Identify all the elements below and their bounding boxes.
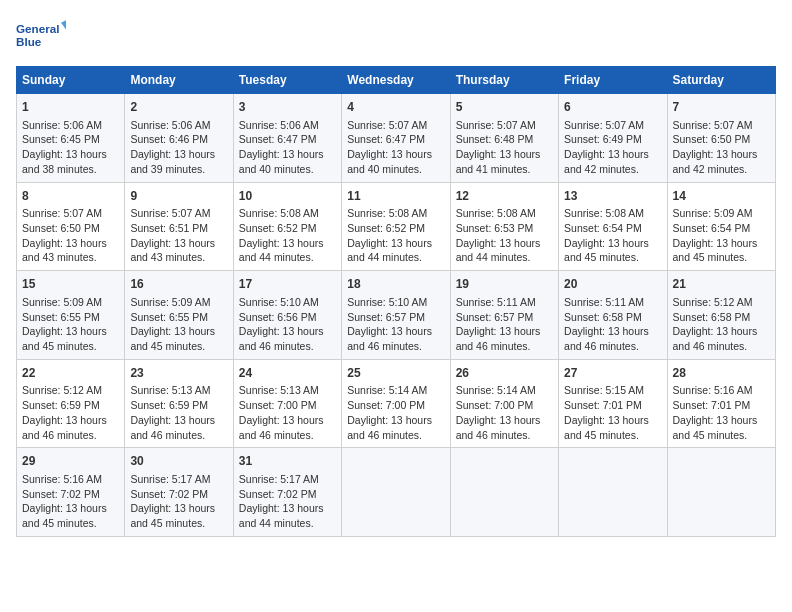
sunrise-text: Sunrise: 5:08 AM — [564, 207, 644, 219]
day-number: 4 — [347, 99, 444, 116]
daylight-text: Daylight: 13 hours and 42 minutes. — [564, 148, 649, 175]
sunrise-text: Sunrise: 5:07 AM — [347, 119, 427, 131]
day-number: 5 — [456, 99, 553, 116]
calendar-cell: 9Sunrise: 5:07 AMSunset: 6:51 PMDaylight… — [125, 182, 233, 271]
logo: General Blue — [16, 16, 66, 58]
calendar-cell: 14Sunrise: 5:09 AMSunset: 6:54 PMDayligh… — [667, 182, 775, 271]
day-number: 19 — [456, 276, 553, 293]
daylight-text: Daylight: 13 hours and 46 minutes. — [673, 325, 758, 352]
day-number: 10 — [239, 188, 336, 205]
daylight-text: Daylight: 13 hours and 43 minutes. — [130, 237, 215, 264]
sunset-text: Sunset: 6:55 PM — [22, 311, 100, 323]
header: General Blue — [16, 16, 776, 58]
day-number: 3 — [239, 99, 336, 116]
calendar-table: SundayMondayTuesdayWednesdayThursdayFrid… — [16, 66, 776, 537]
sunset-text: Sunset: 6:59 PM — [22, 399, 100, 411]
sunrise-text: Sunrise: 5:08 AM — [239, 207, 319, 219]
day-number: 20 — [564, 276, 661, 293]
day-number: 12 — [456, 188, 553, 205]
sunrise-text: Sunrise: 5:17 AM — [130, 473, 210, 485]
sunrise-text: Sunrise: 5:07 AM — [673, 119, 753, 131]
daylight-text: Daylight: 13 hours and 41 minutes. — [456, 148, 541, 175]
calendar-week-row: 1Sunrise: 5:06 AMSunset: 6:45 PMDaylight… — [17, 94, 776, 183]
calendar-week-row: 8Sunrise: 5:07 AMSunset: 6:50 PMDaylight… — [17, 182, 776, 271]
calendar-cell: 11Sunrise: 5:08 AMSunset: 6:52 PMDayligh… — [342, 182, 450, 271]
page-container: General Blue SundayMondayTuesdayWednesda… — [16, 16, 776, 537]
sunrise-text: Sunrise: 5:11 AM — [456, 296, 536, 308]
sunrise-text: Sunrise: 5:13 AM — [130, 384, 210, 396]
sunset-text: Sunset: 7:02 PM — [22, 488, 100, 500]
day-header-sunday: Sunday — [17, 67, 125, 94]
calendar-cell: 8Sunrise: 5:07 AMSunset: 6:50 PMDaylight… — [17, 182, 125, 271]
calendar-cell: 13Sunrise: 5:08 AMSunset: 6:54 PMDayligh… — [559, 182, 667, 271]
day-number: 9 — [130, 188, 227, 205]
sunrise-text: Sunrise: 5:10 AM — [239, 296, 319, 308]
daylight-text: Daylight: 13 hours and 46 minutes. — [347, 414, 432, 441]
calendar-cell: 15Sunrise: 5:09 AMSunset: 6:55 PMDayligh… — [17, 271, 125, 360]
daylight-text: Daylight: 13 hours and 40 minutes. — [347, 148, 432, 175]
sunset-text: Sunset: 6:46 PM — [130, 133, 208, 145]
sunrise-text: Sunrise: 5:10 AM — [347, 296, 427, 308]
sunset-text: Sunset: 6:47 PM — [347, 133, 425, 145]
calendar-cell: 17Sunrise: 5:10 AMSunset: 6:56 PMDayligh… — [233, 271, 341, 360]
calendar-cell — [450, 448, 558, 537]
daylight-text: Daylight: 13 hours and 44 minutes. — [456, 237, 541, 264]
calendar-cell: 12Sunrise: 5:08 AMSunset: 6:53 PMDayligh… — [450, 182, 558, 271]
daylight-text: Daylight: 13 hours and 44 minutes. — [347, 237, 432, 264]
calendar-week-row: 29Sunrise: 5:16 AMSunset: 7:02 PMDayligh… — [17, 448, 776, 537]
calendar-cell: 4Sunrise: 5:07 AMSunset: 6:47 PMDaylight… — [342, 94, 450, 183]
calendar-cell: 5Sunrise: 5:07 AMSunset: 6:48 PMDaylight… — [450, 94, 558, 183]
sunset-text: Sunset: 7:00 PM — [347, 399, 425, 411]
day-number: 31 — [239, 453, 336, 470]
calendar-cell: 26Sunrise: 5:14 AMSunset: 7:00 PMDayligh… — [450, 359, 558, 448]
daylight-text: Daylight: 13 hours and 46 minutes. — [130, 414, 215, 441]
calendar-header-row: SundayMondayTuesdayWednesdayThursdayFrid… — [17, 67, 776, 94]
day-number: 26 — [456, 365, 553, 382]
daylight-text: Daylight: 13 hours and 45 minutes. — [22, 325, 107, 352]
daylight-text: Daylight: 13 hours and 46 minutes. — [456, 325, 541, 352]
daylight-text: Daylight: 13 hours and 46 minutes. — [456, 414, 541, 441]
day-header-friday: Friday — [559, 67, 667, 94]
sunset-text: Sunset: 6:57 PM — [347, 311, 425, 323]
sunrise-text: Sunrise: 5:12 AM — [22, 384, 102, 396]
sunset-text: Sunset: 6:59 PM — [130, 399, 208, 411]
sunset-text: Sunset: 6:58 PM — [564, 311, 642, 323]
daylight-text: Daylight: 13 hours and 44 minutes. — [239, 502, 324, 529]
sunrise-text: Sunrise: 5:07 AM — [456, 119, 536, 131]
daylight-text: Daylight: 13 hours and 40 minutes. — [239, 148, 324, 175]
calendar-cell: 23Sunrise: 5:13 AMSunset: 6:59 PMDayligh… — [125, 359, 233, 448]
sunrise-text: Sunrise: 5:06 AM — [130, 119, 210, 131]
daylight-text: Daylight: 13 hours and 45 minutes. — [673, 414, 758, 441]
daylight-text: Daylight: 13 hours and 46 minutes. — [239, 325, 324, 352]
day-number: 30 — [130, 453, 227, 470]
sunrise-text: Sunrise: 5:13 AM — [239, 384, 319, 396]
calendar-cell: 30Sunrise: 5:17 AMSunset: 7:02 PMDayligh… — [125, 448, 233, 537]
daylight-text: Daylight: 13 hours and 45 minutes. — [564, 237, 649, 264]
calendar-week-row: 22Sunrise: 5:12 AMSunset: 6:59 PMDayligh… — [17, 359, 776, 448]
day-number: 29 — [22, 453, 119, 470]
calendar-cell: 24Sunrise: 5:13 AMSunset: 7:00 PMDayligh… — [233, 359, 341, 448]
sunset-text: Sunset: 6:50 PM — [22, 222, 100, 234]
daylight-text: Daylight: 13 hours and 46 minutes. — [239, 414, 324, 441]
svg-text:General: General — [16, 22, 59, 35]
daylight-text: Daylight: 13 hours and 45 minutes. — [130, 502, 215, 529]
sunrise-text: Sunrise: 5:07 AM — [130, 207, 210, 219]
sunrise-text: Sunrise: 5:09 AM — [130, 296, 210, 308]
calendar-cell: 22Sunrise: 5:12 AMSunset: 6:59 PMDayligh… — [17, 359, 125, 448]
calendar-cell: 19Sunrise: 5:11 AMSunset: 6:57 PMDayligh… — [450, 271, 558, 360]
daylight-text: Daylight: 13 hours and 45 minutes. — [130, 325, 215, 352]
sunset-text: Sunset: 6:54 PM — [673, 222, 751, 234]
calendar-cell: 16Sunrise: 5:09 AMSunset: 6:55 PMDayligh… — [125, 271, 233, 360]
sunset-text: Sunset: 7:02 PM — [239, 488, 317, 500]
day-number: 24 — [239, 365, 336, 382]
sunset-text: Sunset: 6:53 PM — [456, 222, 534, 234]
day-header-wednesday: Wednesday — [342, 67, 450, 94]
day-number: 18 — [347, 276, 444, 293]
sunset-text: Sunset: 6:51 PM — [130, 222, 208, 234]
day-number: 14 — [673, 188, 770, 205]
sunset-text: Sunset: 6:50 PM — [673, 133, 751, 145]
sunrise-text: Sunrise: 5:09 AM — [673, 207, 753, 219]
day-number: 22 — [22, 365, 119, 382]
calendar-cell: 3Sunrise: 5:06 AMSunset: 6:47 PMDaylight… — [233, 94, 341, 183]
sunset-text: Sunset: 6:58 PM — [673, 311, 751, 323]
